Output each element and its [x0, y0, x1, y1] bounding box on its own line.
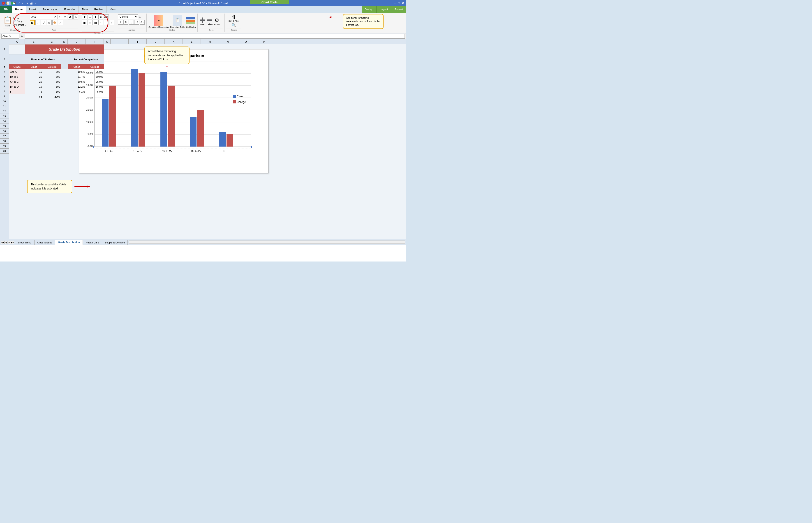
tab-file[interactable]: File — [0, 6, 12, 13]
format-as-table-button[interactable]: 📋 Format as Table — [170, 15, 185, 28]
cell-college-total[interactable]: 2000 — [43, 94, 61, 99]
row-header-14[interactable]: 14 — [0, 119, 9, 124]
copy-button[interactable]: 📄 Copy — [13, 20, 26, 23]
cell-pctcollege-7[interactable]: 15.0% — [86, 84, 104, 89]
cell-pct-class-header[interactable]: Class — [68, 65, 86, 69]
align-left-button[interactable]: ◧ — [82, 20, 87, 25]
minimize-btn[interactable]: ─ — [394, 1, 396, 5]
col-header-a[interactable]: A — [9, 39, 25, 44]
increase-decimal-button[interactable]: +.0 — [134, 20, 139, 24]
orientation-button[interactable]: abc — [104, 15, 109, 19]
row-header-3[interactable]: 3 — [0, 64, 9, 69]
row-header-10[interactable]: 10 — [0, 99, 9, 104]
row-header-16[interactable]: 16 — [0, 129, 9, 134]
align-middle-button[interactable]: ↔ — [88, 15, 93, 19]
cell-d7[interactable] — [61, 84, 68, 89]
increase-font-button[interactable]: A — [68, 15, 73, 19]
align-top-button[interactable]: ⬆ — [82, 15, 87, 19]
number-format-dropdown[interactable]: General — [118, 15, 138, 19]
cell-college-header[interactable]: College — [43, 65, 61, 69]
cell-d6[interactable] — [61, 79, 68, 84]
tab-formulas[interactable]: Formulas — [61, 6, 79, 13]
col-header-o[interactable]: O — [237, 39, 255, 44]
cell-college-7[interactable]: 300 — [43, 84, 61, 89]
cell-pctclass-4[interactable]: 19.5% — [68, 69, 86, 74]
save-icon[interactable]: 💾 — [13, 2, 16, 5]
cell-college-6[interactable]: 500 — [43, 79, 61, 84]
cell-d9[interactable] — [61, 94, 68, 99]
cell-d5[interactable] — [61, 74, 68, 79]
col-header-m[interactable]: M — [201, 39, 219, 44]
tab-last-button[interactable]: ▶▶ — [11, 241, 14, 244]
number-format-expand[interactable]: ⬇ — [139, 15, 141, 19]
currency-button[interactable]: $ — [118, 20, 123, 24]
horizontal-scrollbar[interactable] — [129, 240, 405, 244]
cell-college-8[interactable]: 100 — [43, 89, 61, 94]
tab-view[interactable]: View — [107, 6, 119, 13]
cell-grade-5[interactable]: B+ to B- — [9, 74, 25, 79]
undo-icon[interactable]: ↩ — [18, 2, 20, 5]
row-header-4[interactable]: 4 — [0, 69, 9, 74]
row-header-2[interactable]: 2 — [0, 54, 9, 64]
tab-supply-demand[interactable]: Supply & Demand — [102, 240, 128, 245]
cell-pctclass-5[interactable]: 31.7% — [68, 74, 86, 79]
cell-class-4[interactable]: 16 — [25, 69, 43, 74]
customize-qa-icon[interactable]: ▼ — [35, 2, 37, 4]
format-cells-button[interactable]: ⚙ Format — [213, 17, 220, 25]
tab-health-care[interactable]: Health Care — [83, 240, 102, 245]
tab-prev-button[interactable]: ◀ — [4, 241, 7, 244]
paste-button[interactable]: 📋 Paste — [3, 16, 12, 27]
cell-grade-6[interactable]: C+ to C- — [9, 79, 25, 84]
cell-pctcollege-8[interactable]: 5.0% — [86, 89, 104, 94]
insert-cells-button[interactable]: ➕ Insert — [200, 17, 206, 25]
col-header-n[interactable]: N — [219, 39, 237, 44]
tab-design[interactable]: Design — [362, 6, 377, 13]
cell-styles-button[interactable]: Cell Styles — [186, 15, 196, 28]
cell-grade-header[interactable]: Grade — [9, 65, 25, 69]
cell-pctclass-8[interactable]: 6.1% — [68, 89, 86, 94]
cell-pctcollege-5[interactable]: 30.0% — [86, 74, 104, 79]
restore-btn[interactable]: □ — [398, 1, 400, 5]
tab-review[interactable]: Review — [91, 6, 107, 13]
col-header-l[interactable]: L — [183, 39, 201, 44]
cell-a9[interactable] — [9, 94, 25, 99]
row-header-8[interactable]: 8 — [0, 89, 9, 94]
undo-dropdown-icon[interactable]: ▼ — [22, 2, 24, 4]
increase-indent-button[interactable]: → — [104, 20, 109, 25]
name-box[interactable] — [1, 34, 19, 39]
cell-grade-7[interactable]: D+ to D- — [9, 84, 25, 89]
col-header-p[interactable]: P — [255, 39, 273, 44]
font-size-dropdown[interactable]: 11 — [58, 15, 67, 19]
cell-title[interactable]: Grade Distribution — [25, 44, 104, 54]
tab-home[interactable]: Home — [12, 6, 26, 13]
cell-pct-college-header[interactable]: College — [86, 65, 104, 69]
chart-container[interactable]: Grade Distribution Comparison 0.0% 5.0% … — [79, 49, 268, 174]
underline-button[interactable]: U — [41, 20, 46, 25]
col-header-e[interactable]: E — [68, 39, 86, 44]
row-header-1[interactable]: 1 — [0, 44, 9, 54]
cell-pctcollege-4[interactable]: 25.0% — [86, 69, 104, 74]
cell-class-8[interactable]: 5 — [25, 89, 43, 94]
cell-class-header[interactable]: Class — [25, 65, 43, 69]
print-icon[interactable]: 🖨 — [30, 1, 33, 5]
cell-class-7[interactable]: 10 — [25, 84, 43, 89]
decrease-decimal-button[interactable]: .0→ — [140, 20, 145, 24]
cell-pctclass-7[interactable]: 12.2% — [68, 84, 86, 89]
decrease-indent-button[interactable]: ← — [98, 20, 103, 25]
sort-filter-button[interactable]: ⇅ Sort & Filter — [229, 15, 239, 22]
bold-button[interactable]: B — [30, 20, 35, 25]
decrease-font-button[interactable]: A — [73, 15, 78, 19]
tab-class-grades[interactable]: Class Grades — [34, 240, 55, 245]
cell-d4[interactable] — [61, 69, 68, 74]
col-header-f[interactable]: F — [86, 39, 104, 44]
col-header-c[interactable]: C — [43, 39, 61, 44]
tab-first-button[interactable]: ◀◀ — [1, 241, 4, 244]
row-header-11[interactable]: 11 — [0, 104, 9, 109]
row-header-18[interactable]: 18 — [0, 139, 9, 144]
col-header-j[interactable]: J — [147, 39, 165, 44]
merge-center-button[interactable]: ⊡ — [109, 20, 114, 25]
align-bottom-button[interactable]: ⬇ — [93, 15, 98, 19]
comma-button[interactable]: , — [129, 20, 134, 24]
formula-input[interactable] — [25, 34, 405, 39]
col-header-b[interactable]: B — [25, 39, 43, 44]
